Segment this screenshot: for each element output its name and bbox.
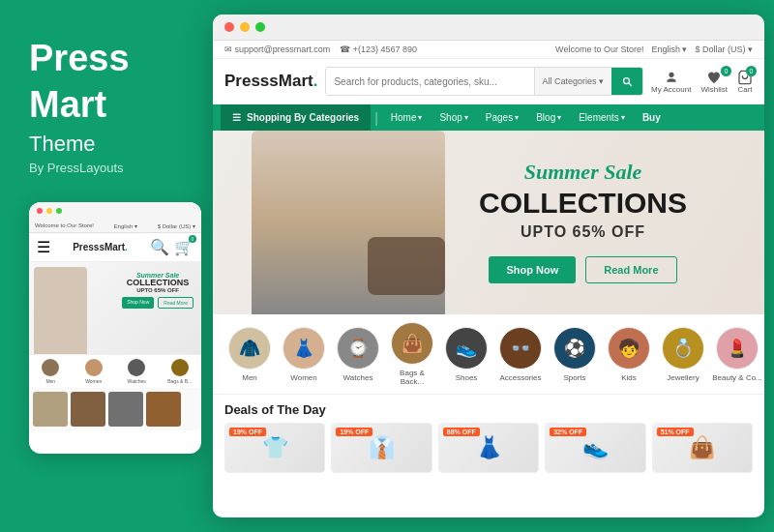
site-header: PresssMart. All Categories ▾ My Account … [213, 59, 764, 104]
cat-kids-label: Kids [621, 373, 637, 382]
cat-kids[interactable]: 🧒 Kids [604, 327, 654, 382]
cat-men-img: 🧥 [228, 327, 271, 369]
cat-accessories-label: Accessories [499, 373, 541, 382]
mobile-cat-bags: Bags & B... [159, 355, 202, 388]
mobile-banner: Summer Sale COLLECTIONS UPTO 65% OFF Sho… [29, 262, 201, 354]
cat-men-label: Men [242, 373, 257, 382]
title-line1: Press [29, 39, 130, 79]
cat-shoes-label: Shoes [456, 373, 478, 382]
nav-blog-label: Blog [536, 112, 555, 123]
nav-shop-arrow: ▾ [464, 113, 468, 122]
wishlist-icon[interactable]: 0 Wishlist [700, 70, 728, 94]
cat-watches-label: Watches [343, 373, 373, 382]
cat-watches[interactable]: ⌚ Watches [333, 327, 383, 382]
cat-bags-img: 👜 [391, 322, 433, 365]
mobile-cat-men-label: Men [45, 378, 55, 384]
deal-item-1[interactable]: 19% OFF 👕 [224, 423, 325, 473]
browser-max-btn[interactable] [255, 22, 265, 32]
theme-label: Theme [29, 132, 130, 157]
search-cat-label: All Categories ▾ [543, 76, 605, 86]
topbar-lang[interactable]: English ▾ [651, 44, 687, 54]
mobile-welcome: Welcome to Our Store! [35, 222, 94, 228]
wishlist-label: Wishlist [700, 85, 728, 94]
mobile-shop-btn[interactable]: Shop Now [122, 297, 154, 309]
deal-item-3[interactable]: 88% OFF 👗 [438, 423, 539, 473]
shopping-categories-btn[interactable]: ☰ Shopping By Categories [221, 104, 371, 131]
nav-shop[interactable]: Shop ▾ [431, 104, 476, 131]
cart-icon[interactable]: 0 Cart [737, 70, 753, 94]
mobile-currency: $ Dollar (US) ▾ [158, 222, 195, 229]
cat-sports-img: ⚽ [553, 327, 596, 369]
search-category-dropdown[interactable]: All Categories ▾ [534, 68, 612, 95]
mobile-prod-3 [108, 392, 143, 427]
mobile-lang: English ▾ [114, 222, 137, 229]
cat-women[interactable]: 👗 Women [279, 327, 329, 382]
nav-blog-arrow: ▾ [557, 113, 561, 122]
mobile-cat-watches-label: Watches [128, 378, 146, 384]
cat-jewellery[interactable]: 💍 Jewellery [658, 327, 708, 382]
deal-badge-2: 19% OFF [336, 428, 372, 436]
mobile-cat-men: Men [29, 355, 73, 388]
topbar-phone: ☎ +(123) 4567 890 [340, 44, 417, 54]
mobile-header-icons: 🔍 🛒0 [150, 238, 194, 256]
cat-kids-img: 🧒 [608, 327, 650, 369]
search-bar[interactable]: All Categories ▾ [325, 67, 643, 96]
categories-row: 🧥 Men 👗 Women ⌚ Watches 👜 Bags & Back...… [213, 314, 764, 395]
nav-home-arrow: ▾ [418, 113, 422, 122]
site-nav: ☰ Shopping By Categories | Home ▾ Shop ▾… [213, 104, 764, 131]
mobile-cart-icon: 🛒0 [174, 238, 194, 256]
site-logo[interactable]: PresssMart. [224, 72, 317, 91]
dot-red [37, 208, 43, 214]
browser-min-btn[interactable] [240, 22, 250, 32]
cat-shoes-img: 👟 [445, 327, 488, 369]
hero-content: Summer Sale COLLECTIONS UPTO 65% OFF Sho… [479, 160, 687, 283]
hero-buttons: Shop Now Read More [479, 256, 687, 283]
nav-shop-label: Shop [439, 112, 461, 123]
deal-item-4[interactable]: 32% OFF 👟 [545, 423, 645, 473]
nav-blog[interactable]: Blog ▾ [527, 104, 570, 131]
read-more-button[interactable]: Read More [585, 256, 676, 283]
mobile-cat-women: Women [73, 355, 116, 388]
topbar-currency[interactable]: $ Dollar (US) ▾ [695, 44, 753, 54]
dot-green [56, 208, 62, 214]
cat-men[interactable]: 🧥 Men [224, 327, 275, 382]
user-icon [664, 70, 679, 85]
nav-divider: | [374, 110, 378, 126]
mobile-dots [29, 202, 201, 220]
mobile-prod-4 [146, 392, 181, 427]
cart-badge: 0 [746, 66, 757, 76]
cat-accessories[interactable]: 👓 Accessories [495, 327, 546, 382]
nav-buy-label: Buy [642, 112, 661, 123]
hamburger-icon: ☰ [232, 112, 241, 123]
mobile-buttons: Shop Now Read More [122, 297, 194, 309]
browser-close-btn[interactable] [224, 22, 234, 32]
cat-shoes[interactable]: 👟 Shoes [441, 327, 491, 382]
mobile-read-btn[interactable]: Read More [158, 297, 194, 309]
mobile-topbar: Welcome to Our Store! English ▾ $ Dollar… [29, 220, 201, 233]
nav-buy[interactable]: Buy [634, 104, 670, 131]
search-button[interactable] [611, 68, 642, 95]
cat-sports[interactable]: ⚽ Sports [550, 327, 600, 382]
deal-item-2[interactable]: 19% OFF 👔 [331, 423, 432, 473]
nav-home[interactable]: Home ▾ [382, 104, 432, 131]
nav-elements[interactable]: Elements ▾ [570, 104, 634, 131]
browser-window: ✉ support@pressmart.com ☎ +(123) 4567 89… [213, 15, 764, 517]
mobile-categories: Men Women Watches Bags & B... [29, 354, 201, 388]
hero-upto-text: UPTO 65% OFF [479, 223, 687, 241]
deal-item-5[interactable]: 51% OFF 👜 [652, 423, 753, 473]
cat-beauty[interactable]: 💄 Beauty & Co... [712, 327, 762, 382]
my-account-icon[interactable]: My Account [651, 70, 691, 94]
search-input[interactable] [326, 68, 533, 95]
cat-beauty-label: Beauty & Co... [712, 373, 762, 382]
topbar-welcome: Welcome to Our Store! [555, 44, 643, 54]
hero-banner: Summer Sale COLLECTIONS UPTO 65% OFF Sho… [213, 131, 764, 314]
by-label: By PressLayouts [29, 161, 130, 175]
title-line2: Mart [29, 85, 130, 126]
shop-now-button[interactable]: Shop Now [489, 256, 576, 283]
hero-handbag [368, 237, 445, 295]
nav-pages[interactable]: Pages ▾ [477, 104, 527, 131]
cat-bags[interactable]: 👜 Bags & Back... [387, 322, 437, 386]
mobile-prod-1 [33, 392, 68, 427]
left-panel: Press Mart Theme By PressLayouts Welcome… [0, 0, 213, 532]
hero-collections-text: COLLECTIONS [479, 189, 687, 218]
